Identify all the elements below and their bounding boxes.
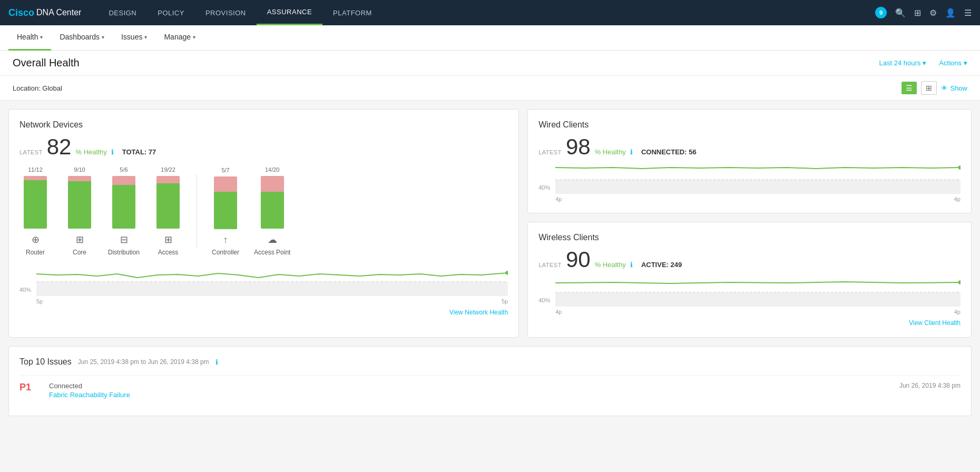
network-axis-end: 5p [502,298,508,304]
issues-title: Top 10 Issues [19,357,72,367]
user-icon[interactable]: 👤 [945,8,956,18]
distribution-bar-green [112,185,135,229]
core-bar-red [68,176,91,181]
show-label: Show [950,84,967,92]
wired-sparkline-svg [555,162,961,194]
wireless-percent: 90 [566,249,591,271]
settings-icon[interactable]: ⚙ [929,8,937,18]
nav-assurance[interactable]: ASSURANCE [257,0,322,25]
health-chevron: ▾ [40,34,43,40]
wireless-sparkline-axis: 4p 4p [555,309,961,315]
sub-nav-health[interactable]: Health ▾ [8,25,51,51]
location-text: Location: Global [13,84,62,92]
svg-point-5 [958,165,961,170]
svg-point-2 [505,271,508,275]
app-logo: Cisco DNA Center [8,7,81,18]
issue-row: P1 Connected Fabric Reachability Failure… [19,375,961,405]
router-bar-group: 11/12 ⊕ Router [19,166,51,256]
cisco-logo-text: Cisco [8,7,34,18]
svg-point-8 [958,280,961,284]
router-bar[interactable] [24,176,47,229]
network-health-stats: LATEST 82 % Healthy ℹ TOTAL: 77 [19,136,508,158]
view-client-health-link[interactable]: View Client Health [538,319,961,327]
menu-icon[interactable]: ☰ [964,8,972,18]
search-icon[interactable]: 🔍 [895,8,906,18]
access-point-icon: ☁ [268,234,277,245]
wired-axis-end: 4p [954,196,961,202]
access-point-bar[interactable] [261,176,284,229]
wireless-axis-end: 4p [954,309,961,315]
actions-button[interactable]: Actions ▾ [939,59,967,67]
sub-nav-issues[interactable]: Issues ▾ [113,25,155,51]
wired-sparkline: 40% 4p 4p [538,162,961,202]
core-icon: ⊞ [76,234,84,245]
network-sparkline: 40% 5p 5p [19,264,508,304]
access-icon: ⊞ [164,234,172,245]
access-bar-green [156,183,180,229]
nav-design[interactable]: DESIGN [98,0,147,25]
top-issues-card: Top 10 Issues Jun 25, 2019 4:38 pm to Ju… [8,346,972,416]
network-latest-label: LATEST [19,149,43,155]
access-point-bar-green [261,192,284,229]
core-bar[interactable] [68,176,91,229]
distribution-bar-group: 5/6 ⊟ Distribution [108,166,140,256]
page-header-right: Last 24 hours ▾ Actions ▾ [879,59,967,67]
dna-logo-text: DNA Center [36,8,81,17]
list-view-button[interactable]: ☰ [901,82,917,94]
access-point-bar-red [261,176,284,192]
issue-name[interactable]: Fabric Reachability Failure [49,391,878,399]
show-button[interactable]: 👁 Show [941,84,967,92]
access-bar[interactable] [156,176,180,229]
nav-platform[interactable]: PLATFORM [322,0,383,25]
router-count: 11/12 [28,166,43,173]
distribution-label: Distribution [108,249,140,256]
wired-axis-start: 4p [555,196,562,202]
wireless-latest-label: LATEST [538,262,562,268]
svg-rect-0 [36,282,508,296]
distribution-icon: ⊟ [120,234,128,245]
wired-clients-card: Wired Clients LATEST 98 % Healthy ℹ CONN… [527,109,972,213]
wired-threshold-label: 40% [538,184,550,191]
network-devices-card: Network Devices LATEST 82 % Healthy ℹ TO… [8,109,519,338]
controller-bar[interactable] [214,176,237,229]
issue-priority: P1 [19,382,41,393]
network-axis-start: 5p [36,298,43,304]
core-bar-green [68,181,91,229]
nav-provision[interactable]: PROVISION [195,0,257,25]
sub-nav-manage[interactable]: Manage ▾ [155,25,204,51]
svg-rect-6 [555,292,961,307]
controller-icon: ↑ [223,234,228,245]
actions-label: Actions [939,59,962,67]
top-nav: Cisco DNA Center DESIGN POLICY PROVISION… [0,0,980,25]
page-header: Overall Health Last 24 hours ▾ Actions ▾ [0,51,980,76]
network-threshold-label: 40% [19,287,31,293]
router-bar-green [24,180,47,229]
time-range-selector[interactable]: Last 24 hours ▾ [879,59,927,67]
core-label: Core [73,249,86,256]
page-title: Overall Health [13,57,80,69]
wired-percent: 98 [566,136,591,158]
notification-badge[interactable]: 9 [875,7,887,18]
access-point-label: Access Point [254,249,290,256]
distribution-bar[interactable] [112,176,135,229]
actions-chevron: ▾ [964,59,967,67]
dashboards-label: Dashboards [60,33,100,41]
wired-info-icon[interactable]: ℹ [630,148,633,156]
wireless-active: ACTIVE: 249 [641,261,682,269]
sub-nav-dashboards[interactable]: Dashboards ▾ [51,25,113,51]
wireless-info-icon[interactable]: ℹ [630,261,633,269]
network-info-icon[interactable]: ℹ [111,148,114,156]
core-bar-group: 9/10 ⊞ Core [64,166,95,256]
issue-time: Jun 26, 2019 4:38 pm [887,382,961,389]
dashboards-chevron: ▾ [102,34,104,40]
view-network-health-link[interactable]: View Network Health [19,309,508,316]
access-count: 19/22 [161,166,175,173]
issues-chevron: ▾ [144,34,147,40]
nav-policy[interactable]: POLICY [147,0,195,25]
grid-icon[interactable]: ⊞ [914,8,921,18]
main-nav-items: DESIGN POLICY PROVISION ASSURANCE PLATFO… [98,0,875,25]
issues-info-icon[interactable]: ℹ [215,358,218,366]
grid-view-button[interactable]: ⊞ [921,81,937,95]
router-icon: ⊕ [32,234,40,245]
wireless-axis-start: 4p [555,309,562,315]
